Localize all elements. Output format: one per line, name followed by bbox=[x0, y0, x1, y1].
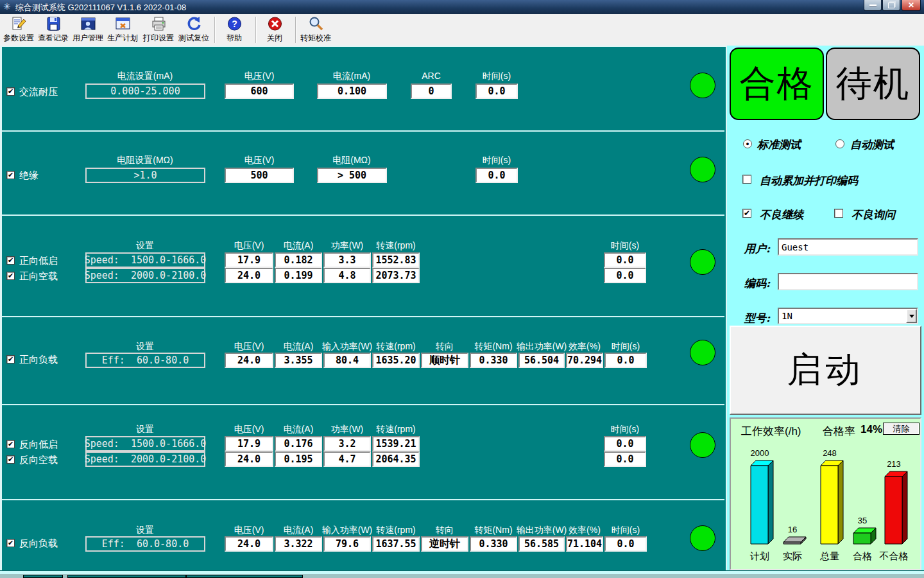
chart-bar bbox=[884, 471, 908, 545]
fwd-noload-label: 正向空载 bbox=[19, 270, 58, 283]
toolbar-plan-button[interactable]: 生产计划 bbox=[105, 15, 140, 44]
voltage-value: 600 bbox=[225, 83, 294, 99]
time-value: 0.0 bbox=[475, 168, 518, 183]
torque-value: 0.330 bbox=[470, 353, 517, 368]
current-value: 0.176 bbox=[275, 436, 322, 451]
fail-ask-checkbox[interactable] bbox=[834, 209, 843, 218]
toolbar-print-button[interactable]: 打印设置 bbox=[141, 15, 176, 44]
time-value: 0.0 bbox=[604, 252, 646, 268]
user-input[interactable] bbox=[778, 238, 918, 256]
fwd-load-checkbox[interactable]: ✔ bbox=[6, 355, 15, 363]
chart-bar bbox=[750, 460, 774, 545]
arc-header: ARC bbox=[422, 71, 441, 81]
bar-value: 16 bbox=[776, 525, 809, 534]
efficiency-header: 效率(%) bbox=[569, 341, 601, 353]
bar-value: 35 bbox=[846, 516, 879, 525]
toolbar-params-button[interactable]: 参数设置 bbox=[1, 15, 36, 44]
result-status-box: 合格 bbox=[730, 48, 824, 120]
speed-setting-box: Speed: 2000.0-2100.0 bbox=[85, 268, 205, 283]
toolbar-separator bbox=[255, 17, 256, 43]
restore-button[interactable] bbox=[882, 0, 900, 11]
bar-label: 不合格 bbox=[876, 550, 912, 563]
model-combobox[interactable]: 1N bbox=[778, 308, 918, 324]
printer-icon bbox=[150, 15, 167, 33]
speed-setting-box: Speed: 1500.0-1666.0 bbox=[85, 436, 205, 451]
setting-header: 设置 bbox=[136, 424, 154, 435]
auto-test-radio[interactable] bbox=[835, 139, 844, 148]
chart-bar bbox=[783, 536, 807, 545]
model-dropdown-button[interactable] bbox=[906, 309, 917, 323]
user-card-icon bbox=[80, 15, 97, 33]
toolbar-calibrate-button[interactable]: 转矩校准 bbox=[296, 15, 335, 44]
current-setting-box: 0.000-25.000 bbox=[85, 83, 205, 99]
efficiency-value: 70.294 bbox=[566, 353, 603, 368]
bar-value: 2000 bbox=[743, 448, 776, 458]
speed-value: 2073.73 bbox=[372, 268, 420, 283]
toolbar-label: 关闭 bbox=[267, 33, 282, 44]
voltage-header: 电压(V) bbox=[244, 71, 275, 82]
speed-header: 转速(rpm) bbox=[376, 240, 415, 252]
rev-load-indicator bbox=[690, 525, 715, 551]
rev-lowstart-checkbox[interactable]: ✔ bbox=[6, 440, 15, 448]
close-button[interactable]: ✕ bbox=[902, 0, 921, 11]
bar-label: 合格 bbox=[844, 550, 880, 563]
time-header: 时间(s) bbox=[611, 240, 639, 252]
toolbar: 参数设置 查看记录 用户管理 生产计划 打印设置 测试复位 ? 帮助 bbox=[0, 14, 924, 46]
standard-test-radio[interactable]: ● bbox=[743, 139, 752, 148]
power-value: 4.8 bbox=[323, 268, 371, 283]
close-red-icon bbox=[266, 15, 284, 33]
bar-label: 实际 bbox=[774, 550, 810, 563]
fwd-noload-checkbox[interactable]: ✔ bbox=[6, 272, 15, 280]
rev-noload-checkbox[interactable]: ✔ bbox=[6, 455, 15, 464]
voltage-value: 17.9 bbox=[225, 252, 273, 268]
magnifier-icon bbox=[307, 15, 325, 33]
rev-lowstart-label: 反向低启 bbox=[19, 439, 58, 451]
toolbar-label: 用户管理 bbox=[73, 33, 103, 44]
fail-continue-checkbox[interactable]: ✔ bbox=[742, 209, 751, 218]
code-input[interactable] bbox=[778, 273, 918, 290]
bar-label: 总量 bbox=[812, 550, 848, 563]
time-header: 时间(s) bbox=[483, 71, 511, 82]
output-power-header: 输出功率(W) bbox=[517, 525, 567, 536]
ac-withstand-checkbox[interactable]: ✔ bbox=[6, 87, 15, 96]
toolbar-label: 参数设置 bbox=[3, 33, 34, 44]
speed-setting-box: Speed: 2000.0-2100.0 bbox=[85, 451, 205, 467]
toolbar-label: 打印设置 bbox=[143, 33, 174, 44]
toolbar-close-button[interactable]: 关闭 bbox=[257, 15, 292, 44]
current-header: 电流(A) bbox=[284, 341, 314, 353]
voltage-header: 电压(V) bbox=[234, 424, 264, 435]
direction-value: 顺时针 bbox=[421, 353, 468, 368]
fwd-lowstart-checkbox[interactable]: ✔ bbox=[6, 256, 15, 265]
section-separator bbox=[2, 215, 724, 216]
auto-accumulate-print-checkbox[interactable] bbox=[742, 175, 751, 184]
current-header: 电流(A) bbox=[284, 424, 314, 435]
speed-value: 1635.20 bbox=[372, 353, 420, 368]
current-value: 0.100 bbox=[317, 83, 387, 99]
speed-value: 1539.21 bbox=[372, 436, 420, 451]
start-button[interactable]: 启动 bbox=[730, 326, 921, 415]
direction-header: 转向 bbox=[436, 341, 454, 353]
toolbar-records-button[interactable]: 查看记录 bbox=[36, 15, 71, 44]
input-power-value: 79.6 bbox=[323, 536, 371, 552]
voltage-value: 24.0 bbox=[225, 451, 273, 467]
bar-value: 213 bbox=[877, 459, 911, 469]
resistance-header: 电阻(MΩ) bbox=[332, 155, 370, 166]
app-window: ✳ 综合测试系统 G202111067 V1.1.6 2022-01-08 ✕ … bbox=[0, 0, 924, 578]
toolbar-help-button[interactable]: ? 帮助 bbox=[217, 15, 252, 44]
output-power-value: 56.585 bbox=[518, 536, 565, 552]
insulation-indicator bbox=[690, 157, 715, 182]
toolbar-reset-button[interactable]: 测试复位 bbox=[176, 15, 211, 44]
toolbar-users-button[interactable]: 用户管理 bbox=[71, 15, 105, 44]
insulation-checkbox[interactable]: ✔ bbox=[6, 171, 15, 179]
fail-ask-label: 不良询问 bbox=[851, 207, 895, 222]
time-header: 时间(s) bbox=[611, 424, 639, 435]
title-bar: ✳ 综合测试系统 G202111067 V1.1.6 2022-01-08 ✕ bbox=[0, 0, 924, 14]
speed-header: 转速(rpm) bbox=[376, 525, 415, 536]
rev-load-checkbox[interactable]: ✔ bbox=[6, 539, 15, 547]
minimize-button[interactable] bbox=[864, 0, 882, 11]
resistance-setting-header: 电阻设置(MΩ) bbox=[117, 155, 173, 166]
current-value: 0.199 bbox=[275, 268, 322, 283]
bar-chart: 2000计划16实际248总量35合格213不合格 bbox=[730, 417, 921, 570]
input-power-header: 输入功率(W) bbox=[322, 525, 373, 536]
torque-value: 0.330 bbox=[470, 536, 517, 552]
